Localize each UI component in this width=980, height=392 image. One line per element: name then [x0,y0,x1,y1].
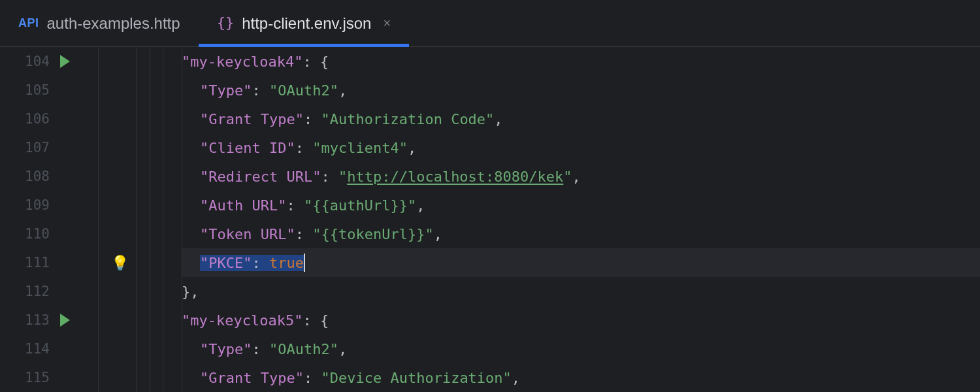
close-icon[interactable]: × [383,16,391,31]
token-str: "{{authUrl}}" [304,197,416,214]
line-number: 110 [0,226,54,242]
gutter-row: 104 [0,47,163,76]
indent-guide [182,191,182,220]
token-str: " [563,169,572,185]
code-editor[interactable]: 104105106107108109110111💡112113114115 "m… [0,47,980,392]
code-line[interactable]: "Grant Type": "Authorization Code", [182,105,980,133]
indent-guide [182,277,182,306]
token-punc: , [338,341,347,357]
token-str: " [338,169,347,185]
code-area[interactable]: "my-keycloak4": {"Type": "OAuth2","Grant… [163,47,980,392]
line-number: 109 [0,197,54,213]
gutter-row: 107 [0,133,163,162]
token-punc: : [252,255,269,271]
token-punc: , [434,226,442,242]
indent-guide [182,47,182,76]
code-line[interactable]: "Grant Type": "Device Authorization", [182,363,980,392]
indent-guide [182,220,182,248]
gutter-row: 112 [0,277,163,306]
token-punc: : [304,111,321,127]
indent-guide [182,335,182,363]
api-file-icon: API [18,16,39,30]
code-line[interactable]: "my-keycloak5": { [182,306,980,335]
token-key: "Client ID" [200,140,295,156]
token-key: "Token URL" [200,226,295,242]
editor-tab[interactable]: APIauth-examples.http [0,0,199,46]
token-kw: true [269,255,304,271]
token-key: "Type" [200,82,252,99]
token-punc: , [338,82,347,99]
indent-guide [182,162,182,191]
code-line[interactable]: "Client ID": "myclient4", [182,133,980,162]
token-key: "Auth URL" [200,197,286,214]
line-number: 107 [0,140,54,155]
line-number: 112 [0,284,54,299]
line-number: 114 [0,341,54,357]
gutter-row: 114 [0,335,163,363]
token-punc: : [252,341,269,357]
gutter-row: 110 [0,220,163,248]
indent-guide [182,105,182,133]
run-gutter-icon[interactable] [60,55,70,68]
token-link: http://localhost:8080/kek [347,169,563,185]
token-str: "myclient4" [312,140,408,156]
line-number: 113 [0,312,54,328]
token-str: "Device Authorization" [321,370,511,386]
token-punc: , [572,169,581,185]
gutter-row: 115 [0,363,163,392]
code-line[interactable]: "Redirect URL": "http://localhost:8080/k… [182,162,980,191]
line-number: 106 [0,111,54,127]
token-key: "Grant Type" [200,370,304,386]
code-line[interactable]: "Token URL": "{{tokenUrl}}", [182,220,980,248]
token-punc: , [408,140,416,156]
code-line[interactable]: "my-keycloak4": { [182,47,980,76]
token-punc: : [304,370,321,386]
token-key: "my-keycloak5" [182,312,302,329]
gutter-row: 109 [0,191,163,220]
token-punc: : [295,226,313,242]
editor-tab[interactable]: {}http-client.env.json× [199,0,410,46]
token-str: "OAuth2" [269,341,338,357]
indent-guide [182,363,182,392]
editor-gutter: 104105106107108109110111💡112113114115 [0,47,163,392]
tab-label: http-client.env.json [242,14,371,33]
code-line[interactable]: "Auth URL": "{{authUrl}}", [182,191,980,220]
gutter-row: 108 [0,162,163,191]
code-line[interactable]: "PKCE": true [182,248,980,277]
token-key: "Grant Type" [200,111,304,127]
token-key: "my-keycloak4" [182,54,302,70]
gutter-row: 105 [0,76,163,105]
gutter-row: 111💡 [0,248,163,277]
json-file-icon: {} [217,14,235,31]
run-gutter-icon[interactable] [60,314,70,327]
line-number: 108 [0,169,54,184]
token-punc: : { [302,54,329,70]
token-key: "Type" [200,341,252,357]
indent-guide [182,306,182,335]
indent-guide [182,76,182,105]
token-str: "OAuth2" [269,82,338,99]
token-punc: : [252,82,269,99]
tab-label: auth-examples.http [47,14,180,33]
code-line[interactable]: }, [182,277,980,306]
token-key: "Redirect URL" [200,169,321,185]
token-punc: , [416,197,425,214]
line-number: 105 [0,82,54,98]
editor-tab-bar: APIauth-examples.http{}http-client.env.j… [0,0,980,47]
token-punc: , [494,111,502,127]
indent-guide [182,133,182,162]
gutter-row: 106 [0,105,163,133]
token-punc: : [321,169,338,185]
token-punc: : { [302,312,329,329]
token-punc: : [295,140,313,156]
token-punc: , [512,370,520,386]
token-str: "Authorization Code" [321,111,494,127]
text-caret [304,253,305,272]
line-number: 111 [0,255,54,270]
code-line[interactable]: "Type": "OAuth2", [182,335,980,363]
token-str: "{{tokenUrl}}" [312,226,433,242]
gutter-row: 113 [0,306,163,335]
code-line[interactable]: "Type": "OAuth2", [182,76,980,105]
intention-bulb-icon[interactable]: 💡 [111,255,129,271]
indent-guide [182,248,182,277]
